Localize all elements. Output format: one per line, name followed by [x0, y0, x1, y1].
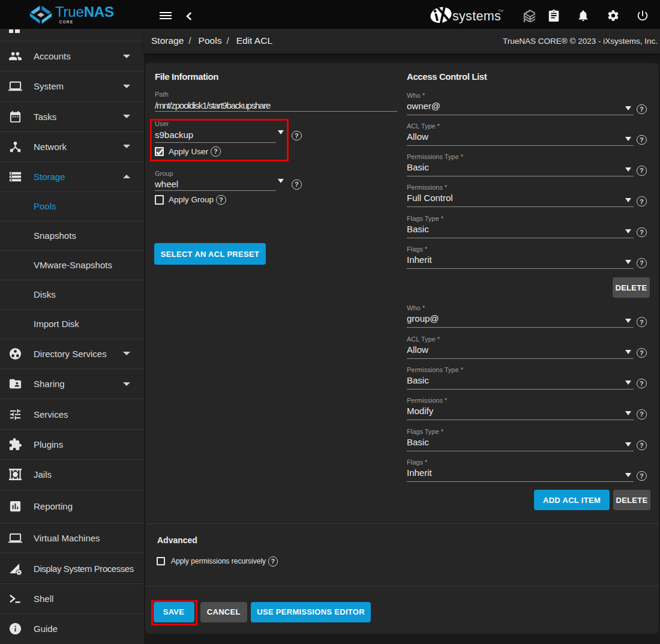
svg-text:TM: TM	[498, 9, 503, 13]
svg-text:systems: systems	[452, 9, 501, 23]
